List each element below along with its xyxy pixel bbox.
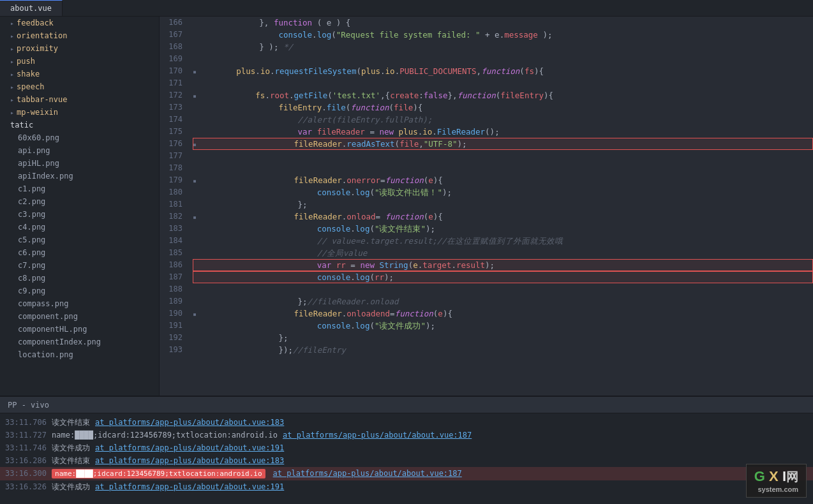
sidebar: ▸feedback▸orientation▸proximity▸push▸sha… [0,17,160,396]
console-time: 33:11.706 [5,417,47,428]
sidebar-item[interactable]: c4.png [0,221,159,233]
sidebar-item[interactable]: location.png [0,348,159,361]
sidebar-item[interactable]: compass.png [0,297,159,310]
watermark-suffix: 网 [786,470,798,484]
fold-icon[interactable]: ▪ [193,68,197,75]
code-line: } ); */ [193,41,813,53]
sidebar-item[interactable]: c7.png [0,259,159,272]
main-layout: ▸feedback▸orientation▸proximity▸push▸sha… [0,17,813,396]
sidebar-item[interactable]: c6.png [0,246,159,259]
sidebar-item[interactable]: c8.png [0,272,159,285]
console-link[interactable]: at platforms/app-plus/about/about.vue:19… [95,442,284,454]
sidebar-item-label: c8.png [18,274,45,283]
editor-area: 1661671681691701711721731741751761771781… [160,17,813,396]
code-line: // value=e.target.result;//在这位置赋值到了外面就无效… [193,235,813,247]
console-link[interactable]: at platforms/app-plus/about/about.vue:18… [283,429,472,441]
line-number: 185 [165,247,183,259]
sidebar-item[interactable]: c5.png [0,233,159,246]
sidebar-item[interactable]: component.png [0,310,159,323]
line-number: 179 [165,174,183,186]
sidebar-item-label: api.png [18,146,50,155]
sidebar-item-label: 60x60.png [18,133,59,142]
fold-icon[interactable]: ▪ [193,177,197,184]
console-link[interactable]: at platforms/app-plus/about/about.vue:18… [95,455,284,466]
arrow-icon: ▸ [10,96,14,103]
fold-icon[interactable]: ▪ [193,141,197,148]
sidebar-item-label: shake [17,70,40,78]
code-line: };//fileReader.onload [193,295,813,308]
line-number: 181 [165,198,183,211]
line-number: 170 [165,65,183,77]
console-msg: name:████;idcard:123456789;txtlocation:a… [52,429,278,441]
sidebar-item-label: feedback [17,19,54,27]
line-number: 186 [165,259,183,271]
fold-icon[interactable]: ▪ [193,214,197,221]
sidebar-item[interactable]: ▸push [0,55,159,68]
sidebar-item[interactable]: ▸feedback [0,17,159,29]
line-number: 189 [165,295,183,308]
sidebar-item-label: compass.png [18,299,68,308]
code-line: }; [193,198,813,211]
fold-icon[interactable]: ▪ [193,93,197,100]
sidebar-item-label: c4.png [18,223,45,232]
console-link[interactable]: at platforms/app-plus/about/about.vue:18… [95,417,284,428]
code-line [193,150,813,162]
sidebar-item[interactable]: apiIndex.png [0,170,159,182]
code-line [193,283,813,295]
sidebar-item-label: tatic [10,121,33,130]
sidebar-item[interactable]: api.png [0,144,159,157]
code-line [193,162,813,174]
console-time: 33:16.326 [5,481,47,493]
sidebar-item[interactable]: ▸speech [0,80,159,93]
console-line: 33:16.286读文件结束at platforms/app-plus/abou… [0,454,813,467]
sidebar-item[interactable]: c3.png [0,208,159,221]
code-line: });//fileEntry [193,344,813,356]
fold-icon[interactable]: ▪ [193,311,197,318]
code-line: ▪ fileReader.readAsText(file,"UTF-8"); [193,138,813,150]
sidebar-item[interactable]: ▸shake [0,68,159,80]
sidebar-item[interactable]: componentHL.png [0,323,159,336]
code-line: ▪ fileReader.onerror=function(e){ [193,174,813,186]
console-msg: 读文件成功 [52,442,90,454]
sidebar-item[interactable]: ▸tabbar-nvue [0,93,159,106]
sidebar-item[interactable]: c2.png [0,195,159,208]
line-numbers: 1661671681691701711721731741751761771781… [160,17,188,396]
sidebar-item-label: tabbar-nvue [17,95,67,104]
sidebar-item[interactable]: c9.png [0,285,159,297]
console-time: 33:11.746 [5,442,47,454]
code-line: }; [193,332,813,344]
code-line: ▪ fileReader.onload= function(e){ [193,211,813,223]
line-number: 178 [165,162,183,174]
sidebar-item[interactable]: ▸proximity [0,42,159,55]
code-line: ▪ fileReader.onloadend=function(e){ [193,308,813,320]
tab-about-vue[interactable]: about.vue [0,0,63,16]
console-time: 33:16.300 [5,468,47,479]
console-line: 33:11.706读文件结束at platforms/app-plus/abou… [0,416,813,429]
console-title: PP - vivo [8,401,49,410]
sidebar-item-label: c5.png [18,235,45,244]
watermark-domain: system.com [754,485,798,493]
console-line: 33:16.326读文件成功at platforms/app-plus/abou… [0,480,813,493]
line-number: 175 [165,126,183,138]
sidebar-item[interactable]: ▸mp-weixin [0,106,159,119]
sidebar-item[interactable]: componentIndex.png [0,336,159,348]
sidebar-item[interactable]: tatic [0,119,159,131]
line-number: 183 [165,223,183,235]
code-line: console.log("读取文件出错！"); [193,186,813,198]
sidebar-item[interactable]: apiHL.png [0,157,159,170]
code-container[interactable]: 1661671681691701711721731741751761771781… [160,17,813,396]
console-link[interactable]: at platforms/app-plus/about/about.vue:19… [95,481,284,493]
sidebar-item-label: c2.png [18,197,45,206]
watermark-i: I [779,468,786,484]
console-msg: name:████;idcard:123456789;txtlocation:a… [52,468,268,480]
sidebar-item-label: componentHL.png [18,325,87,334]
line-number: 172 [165,89,183,101]
sidebar-item[interactable]: ▸orientation [0,29,159,42]
console-link[interactable]: at platforms/app-plus/about/about.vue:18… [273,468,462,479]
sidebar-item-label: c3.png [18,210,45,219]
sidebar-item[interactable]: 60x60.png [0,131,159,144]
console-body[interactable]: 33:11.706读文件结束at platforms/app-plus/abou… [0,413,813,504]
code-line: console.log(rr); [193,271,813,283]
sidebar-item[interactable]: c1.png [0,182,159,195]
line-number: 168 [165,41,183,53]
